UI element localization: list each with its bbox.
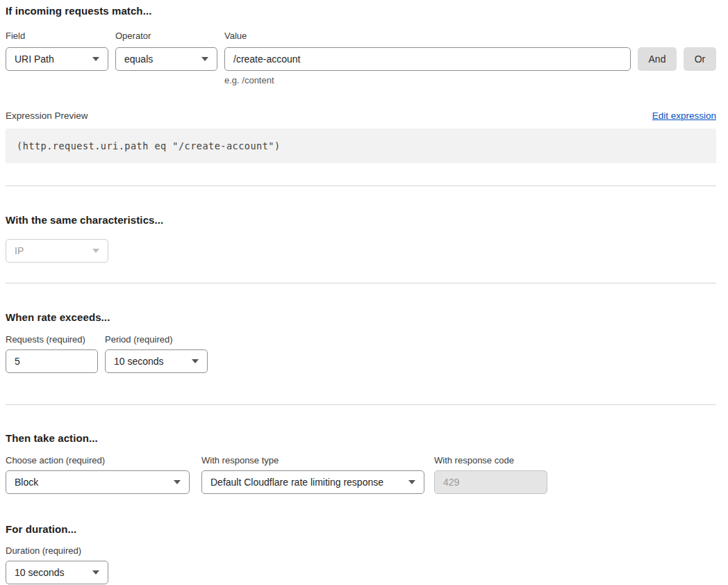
edit-expression-link[interactable]: Edit expression <box>652 110 716 121</box>
operator-select[interactable]: equals <box>115 47 217 71</box>
operator-label: Operator <box>115 31 217 41</box>
rate-fields-row: Requests (required) Period (required) 10… <box>6 334 716 373</box>
field-select[interactable]: URI Path <box>6 47 108 71</box>
chevron-down-icon <box>192 359 199 363</box>
match-section-heading: If incoming requests match... <box>6 5 716 17</box>
chevron-down-icon <box>174 480 181 484</box>
value-helper-text: e.g. /content <box>224 75 631 85</box>
response-type-select[interactable]: Default Cloudflare rate limiting respons… <box>201 470 424 494</box>
match-fields-row: Field URI Path Operator equals Value e.g… <box>6 31 716 85</box>
value-label: Value <box>224 31 631 41</box>
duration-select-value: 10 seconds <box>15 567 65 578</box>
rate-section-heading: When rate exceeds... <box>6 311 716 323</box>
response-code-label: With response code <box>434 455 547 465</box>
response-type-label: With response type <box>201 455 424 465</box>
operator-group: Operator equals <box>115 31 217 71</box>
section-divider <box>6 404 716 405</box>
duration-section-heading: For duration... <box>6 523 716 535</box>
operator-select-value: equals <box>124 53 153 65</box>
requests-group: Requests (required) <box>6 334 98 373</box>
duration-label: Duration (required) <box>6 545 716 556</box>
expression-preview-code: (http.request.uri.path eq "/create-accou… <box>6 129 716 163</box>
expression-preview-label: Expression Preview <box>6 110 88 121</box>
period-select[interactable]: 10 seconds <box>105 349 208 373</box>
characteristic-select-value: IP <box>15 245 24 256</box>
characteristic-select[interactable]: IP <box>6 239 108 263</box>
rate-limiting-rule-form: If incoming requests match... Field URI … <box>0 0 728 585</box>
choose-action-group: Choose action (required) Block <box>6 455 190 494</box>
and-button[interactable]: And <box>638 47 677 71</box>
response-code-input <box>434 470 547 494</box>
field-group: Field URI Path <box>6 31 108 71</box>
or-button[interactable]: Or <box>684 47 716 71</box>
action-section-heading: Then take action... <box>6 432 716 444</box>
value-input[interactable] <box>224 47 631 71</box>
field-label: Field <box>6 31 108 41</box>
chevron-down-icon <box>92 57 99 61</box>
field-select-value: URI Path <box>15 53 54 65</box>
value-group: Value e.g. /content <box>224 31 631 85</box>
requests-input[interactable] <box>6 349 98 373</box>
period-label: Period (required) <box>105 334 208 345</box>
section-divider <box>6 186 716 186</box>
chevron-down-icon <box>408 480 415 484</box>
requests-label: Requests (required) <box>6 334 98 345</box>
expression-preview-row: Expression Preview Edit expression <box>6 110 716 121</box>
chevron-down-icon <box>92 249 99 253</box>
section-divider <box>6 283 716 283</box>
response-type-select-value: Default Cloudflare rate limiting respons… <box>210 477 383 488</box>
choose-action-select-value: Block <box>15 477 38 488</box>
period-select-value: 10 seconds <box>114 356 164 367</box>
choose-action-select[interactable]: Block <box>6 470 190 494</box>
chevron-down-icon <box>92 570 99 575</box>
response-code-group: With response code <box>434 455 547 494</box>
period-group: Period (required) 10 seconds <box>105 334 208 373</box>
characteristics-section-heading: With the same characteristics... <box>6 214 716 226</box>
chevron-down-icon <box>201 57 208 61</box>
duration-select[interactable]: 10 seconds <box>6 561 108 584</box>
response-type-group: With response type Default Cloudflare ra… <box>201 455 424 494</box>
choose-action-label: Choose action (required) <box>6 455 190 465</box>
action-fields-row: Choose action (required) Block With resp… <box>6 455 716 494</box>
